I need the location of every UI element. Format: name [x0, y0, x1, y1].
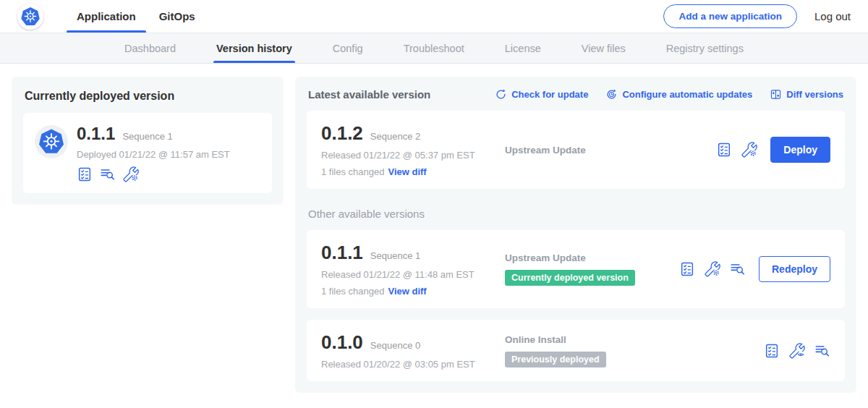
- version-row-0-1-2: 0.1.2 Sequence 2 Released 01/21/22 @ 05:…: [307, 111, 845, 189]
- files-changed-line: 1 files changedView diff: [321, 286, 503, 297]
- subnav-tab-version-history-label: Version history: [216, 43, 292, 54]
- version-info: 0.1.1 Sequence 1 Released 01/21/22 @ 11:…: [321, 242, 503, 297]
- edit-config-icon[interactable]: [705, 261, 720, 277]
- diff-versions-link[interactable]: Diff versions: [770, 88, 843, 101]
- released-timestamp: Released 01/21/22 @ 05:37 pm EST: [321, 150, 503, 161]
- subnav-tab-config-label: Config: [333, 43, 363, 54]
- version-info: 0.1.2 Sequence 2 Released 01/21/22 @ 05:…: [321, 122, 503, 177]
- available-panel-header: Latest available version Check for updat…: [308, 88, 843, 101]
- edit-config-icon[interactable]: [123, 166, 139, 182]
- check-for-update-label: Check for update: [511, 89, 588, 100]
- version-source: Upstream Update Currently deployed versi…: [503, 252, 679, 286]
- edit-config-icon[interactable]: [741, 142, 757, 158]
- tab-gitops-label: GitOps: [159, 10, 195, 22]
- version-info: 0.1.0 Sequence 0 Released 01/20/22 @ 03:…: [321, 331, 503, 370]
- previously-deployed-badge: Previously deployed: [505, 352, 606, 367]
- kubernetes-logo-icon: [17, 4, 43, 30]
- preflight-checks-icon[interactable]: [77, 166, 93, 182]
- deployed-sequence: Sequence 1: [122, 131, 172, 142]
- tab-application[interactable]: Application: [65, 0, 148, 33]
- deployed-actions: [77, 166, 230, 182]
- version-number: 0.1.0: [321, 331, 363, 354]
- subnav-tab-license[interactable]: License: [505, 33, 541, 63]
- version-source: Online Install Previously deployed: [503, 334, 764, 367]
- version-actions: Deploy: [716, 137, 830, 163]
- top-nav-right: Add a new application Log out: [663, 0, 851, 33]
- view-diff-link[interactable]: View diff: [388, 166, 426, 177]
- app-subnav: Dashboard Version history Config Trouble…: [0, 33, 868, 64]
- currently-deployed-panel: Currently deployed version 0.1.1 Sequenc…: [12, 77, 284, 205]
- currently-deployed-title: Currently deployed version: [25, 90, 271, 103]
- kubernetes-app-icon: [35, 125, 68, 158]
- preflight-checks-icon[interactable]: [764, 343, 780, 359]
- currently-deployed-badge: Currently deployed version: [505, 270, 635, 286]
- panel-actions: Check for update Configure automatic upd…: [495, 88, 843, 101]
- version-sequence: Sequence 2: [370, 131, 420, 142]
- released-timestamp: Released 01/21/22 @ 11:48 am EST: [321, 269, 503, 280]
- logout-link[interactable]: Log out: [814, 10, 851, 22]
- latest-available-title: Latest available version: [308, 88, 430, 101]
- version-sequence: Sequence 0: [370, 340, 420, 351]
- subnav-tab-troubleshoot[interactable]: Troubleshoot: [404, 33, 464, 63]
- subnav-tab-registry-settings-label: Registry settings: [666, 43, 744, 54]
- preflight-checks-icon[interactable]: [679, 261, 695, 277]
- tab-application-label: Application: [77, 10, 136, 22]
- app-logo: [17, 0, 43, 33]
- deployed-version-info: 0.1.1 Sequence 1 Deployed 01/21/22 @ 11:…: [77, 124, 230, 182]
- deployed-timestamp: Deployed 01/21/22 @ 11:57 am EST: [77, 149, 230, 160]
- configure-automatic-updates-link[interactable]: Configure automatic updates: [605, 88, 752, 101]
- check-for-update-link[interactable]: Check for update: [495, 88, 588, 101]
- subnav-tab-view-files[interactable]: View files: [582, 33, 626, 63]
- top-nav-bar: Application GitOps Add a new application…: [0, 0, 868, 33]
- main-content: Currently deployed version 0.1.1 Sequenc…: [0, 64, 868, 406]
- currently-deployed-card: 0.1.1 Sequence 1 Deployed 01/21/22 @ 11:…: [23, 113, 272, 193]
- configure-automatic-updates-label: Configure automatic updates: [622, 89, 752, 100]
- source-label: Upstream Update: [505, 252, 679, 263]
- view-diff-link[interactable]: View diff: [388, 286, 426, 297]
- subnav-tab-license-label: License: [505, 43, 541, 54]
- files-changed-count: 1 files changed: [321, 286, 384, 297]
- source-label: Upstream Update: [505, 145, 716, 156]
- diff-icon: [770, 88, 782, 101]
- auto-update-icon: [605, 88, 618, 101]
- top-nav-tabs: Application GitOps: [65, 0, 207, 33]
- subnav-tab-view-files-label: View files: [582, 43, 626, 54]
- deploy-logs-icon[interactable]: [100, 166, 116, 182]
- subnav-tab-dashboard-label: Dashboard: [124, 43, 176, 54]
- refresh-icon: [495, 88, 507, 101]
- subnav-tab-config[interactable]: Config: [333, 33, 363, 63]
- redeploy-button[interactable]: Redeploy: [759, 256, 830, 282]
- available-versions-panel: Latest available version Check for updat…: [295, 77, 856, 393]
- subnav-tab-registry-settings[interactable]: Registry settings: [666, 33, 744, 63]
- version-actions: Redeploy: [679, 256, 830, 282]
- add-application-button[interactable]: Add a new application: [663, 4, 797, 28]
- subnav-tab-troubleshoot-label: Troubleshoot: [404, 43, 464, 54]
- version-number: 0.1.1: [321, 242, 363, 264]
- version-number: 0.1.2: [321, 122, 363, 145]
- subnav-tab-dashboard[interactable]: Dashboard: [124, 33, 176, 63]
- files-changed-line: 1 files changedView diff: [321, 166, 503, 177]
- version-row-0-1-0: 0.1.0 Sequence 0 Released 01/20/22 @ 03:…: [307, 320, 845, 381]
- deployed-version-number: 0.1.1: [77, 124, 115, 144]
- version-sequence: Sequence 1: [370, 250, 420, 261]
- view-config-icon[interactable]: [789, 343, 805, 359]
- version-actions: [764, 343, 830, 359]
- tab-gitops[interactable]: GitOps: [148, 0, 207, 33]
- released-timestamp: Released 01/20/22 @ 03:05 pm EST: [321, 359, 503, 370]
- deploy-button[interactable]: Deploy: [770, 137, 830, 163]
- deploy-logs-icon[interactable]: [814, 343, 830, 359]
- files-changed-count: 1 files changed: [321, 166, 384, 177]
- deploy-logs-icon[interactable]: [730, 261, 746, 277]
- other-versions-title: Other available versions: [308, 208, 843, 220]
- version-row-0-1-1: 0.1.1 Sequence 1 Released 01/21/22 @ 11:…: [307, 230, 845, 308]
- subnav-tab-version-history[interactable]: Version history: [216, 33, 292, 63]
- diff-versions-label: Diff versions: [786, 89, 843, 100]
- source-label: Online Install: [505, 334, 764, 345]
- preflight-checks-icon[interactable]: [716, 142, 732, 158]
- version-source: Upstream Update: [503, 145, 716, 156]
- admin-console-page: Application GitOps Add a new application…: [0, 0, 868, 408]
